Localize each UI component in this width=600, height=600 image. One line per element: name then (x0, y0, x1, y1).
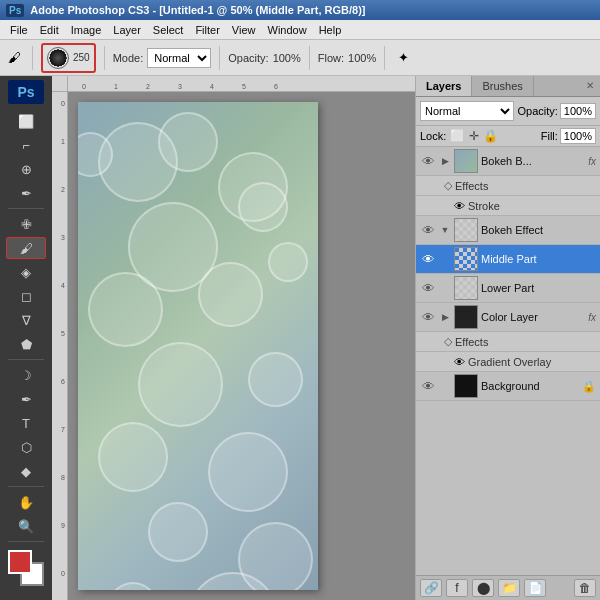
lock-row: Lock: ⬜ ✛ 🔒 Fill: 100% (416, 126, 600, 147)
airbrush-icon[interactable]: ✦ (393, 48, 413, 68)
tool-path[interactable]: ⬡ (6, 436, 46, 458)
menu-bar: File Edit Image Layer Select Filter View… (0, 20, 600, 40)
tool-eraser[interactable]: ◻ (6, 285, 46, 307)
name-color-layer: Color Layer (481, 311, 583, 323)
name-bokeh-effect: Bokeh Effect (481, 224, 596, 236)
lock-position-icon[interactable]: ✛ (469, 129, 479, 143)
tool-clone[interactable]: ◈ (6, 261, 46, 283)
fill-value[interactable]: 100% (560, 128, 596, 144)
visibility-middle-part[interactable]: 👁 (420, 251, 436, 267)
flow-value: 100% (348, 52, 376, 64)
eye-icon-gradient[interactable]: 👁 (454, 356, 465, 368)
thumb-color-layer (454, 305, 478, 329)
menu-image[interactable]: Image (65, 22, 108, 38)
tool-lasso[interactable]: ⌐ (6, 134, 46, 156)
tool-zoom[interactable]: 🔍 (6, 515, 46, 537)
menu-view[interactable]: View (226, 22, 262, 38)
ruler-corner (52, 76, 68, 92)
fx-color-layer[interactable]: fx (588, 312, 596, 323)
lock-label: Lock: (420, 130, 446, 142)
lock-background-icon: 🔒 (582, 380, 596, 393)
expand-bokeh-b[interactable]: ▶ (439, 155, 451, 167)
effect-icon-color-layer: ◇ (444, 335, 452, 348)
tool-hand[interactable]: ✋ (6, 491, 46, 513)
opacity-control: Opacity: 100% (518, 103, 597, 119)
tool-heal[interactable]: ✙ (6, 213, 46, 235)
tool-marquee[interactable]: ⬜ (6, 110, 46, 132)
fill-label: Fill: (541, 130, 558, 142)
tool-brush active tool-btn-highlight[interactable]: 🖌 (6, 237, 46, 259)
tool-gradient[interactable]: ∇ (6, 309, 46, 331)
thumb-bokeh-b (454, 149, 478, 173)
layer-item-bokeh-effect[interactable]: 👁 ▼ Bokeh Effect (416, 216, 600, 245)
thumb-lower-part (454, 276, 478, 300)
tool-crop[interactable]: ⊕ (6, 158, 46, 180)
layer-item-background[interactable]: 👁 Background 🔒 (416, 372, 600, 401)
tool-dodge[interactable]: ☽ (6, 364, 46, 386)
tool-shape[interactable]: ◆ (6, 460, 46, 482)
fx-bokeh-b[interactable]: fx (588, 156, 596, 167)
layer-item-color-layer[interactable]: 👁 ▶ Color Layer fx (416, 303, 600, 332)
expand-middle-part[interactable] (439, 253, 451, 265)
expand-color-layer[interactable]: ▶ (439, 311, 451, 323)
ruler-top: 0 1 2 3 4 5 6 (68, 76, 415, 92)
menu-select[interactable]: Select (147, 22, 190, 38)
layers-list[interactable]: 👁 ▶ Bokeh B... fx ◇ Effects 👁 Stroke 👁 ▼ (416, 147, 600, 575)
visibility-background[interactable]: 👁 (420, 378, 436, 394)
flow-label: Flow: (318, 52, 344, 64)
canvas-document[interactable] (78, 102, 318, 590)
opacity-value-layers[interactable]: 100% (560, 103, 596, 119)
layer-item-bokeh-b[interactable]: 👁 ▶ Bokeh B... fx (416, 147, 600, 176)
menu-edit[interactable]: Edit (34, 22, 65, 38)
panel-close-icon[interactable]: ✕ (580, 76, 600, 96)
visibility-color-layer[interactable]: 👁 (420, 309, 436, 325)
new-group-btn[interactable]: 📁 (498, 579, 520, 597)
panel-tabs: Layers Brushes ✕ (416, 76, 600, 97)
brush-tool-icon[interactable]: 🖌 (4, 48, 24, 68)
title-bar: Ps Adobe Photoshop CS3 - [Untitled-1 @ 5… (0, 0, 600, 20)
brush-indicator[interactable]: 250 (41, 43, 96, 73)
layer-item-middle-part[interactable]: 👁 Middle Part (416, 245, 600, 274)
panel-bottom: 🔗 f ⬤ 📁 📄 🗑 (416, 575, 600, 600)
add-mask-btn[interactable]: ⬤ (472, 579, 494, 597)
menu-window[interactable]: Window (262, 22, 313, 38)
menu-help[interactable]: Help (313, 22, 348, 38)
lock-pixels-icon[interactable]: ⬜ (450, 129, 465, 143)
menu-layer[interactable]: Layer (107, 22, 147, 38)
visibility-bokeh-b[interactable]: 👁 (420, 153, 436, 169)
visibility-bokeh-effect[interactable]: 👁 (420, 222, 436, 238)
options-toolbar: 🖌 250 Mode: Normal Multiply Screen Overl… (0, 40, 600, 76)
effect-icon-bokeh-b: ◇ (444, 179, 452, 192)
tool-blur[interactable]: ⬟ (6, 333, 46, 355)
delete-layer-btn[interactable]: 🗑 (574, 579, 596, 597)
opacity-label-layers: Opacity: (518, 105, 558, 117)
eye-icon-stroke[interactable]: 👁 (454, 200, 465, 212)
link-layers-btn[interactable]: 🔗 (420, 579, 442, 597)
tab-layers[interactable]: Layers (416, 76, 472, 96)
opacity-value: 100% (273, 52, 301, 64)
menu-filter[interactable]: Filter (189, 22, 225, 38)
expand-bokeh-effect[interactable]: ▼ (439, 224, 451, 236)
menu-file[interactable]: File (4, 22, 34, 38)
mode-select[interactable]: Normal Multiply Screen Overlay (147, 48, 211, 68)
tool-pen[interactable]: ✒ (6, 388, 46, 410)
lock-all-icon[interactable]: 🔒 (483, 129, 498, 143)
new-layer-btn[interactable]: 📄 (524, 579, 546, 597)
layer-item-lower-part[interactable]: 👁 Lower Part (416, 274, 600, 303)
effect-label-gradient: Gradient Overlay (468, 356, 551, 368)
tool-eyedropper[interactable]: ✒ (6, 182, 46, 204)
layers-controls: Normal Multiply Screen Overlay Opacity: … (416, 97, 600, 126)
add-style-btn[interactable]: f (446, 579, 468, 597)
thumb-bokeh-effect (454, 218, 478, 242)
tool-sep-3 (8, 486, 44, 487)
foreground-color[interactable] (8, 550, 32, 574)
color-boxes[interactable] (8, 550, 44, 586)
canvas-area[interactable]: 0 1 2 3 4 5 6 0 1 2 3 4 5 6 7 8 9 0 (52, 76, 415, 600)
tab-brushes[interactable]: Brushes (472, 76, 533, 96)
blend-mode-select[interactable]: Normal Multiply Screen Overlay (420, 101, 514, 121)
thumb-background (454, 374, 478, 398)
window-title: Adobe Photoshop CS3 - [Untitled-1 @ 50% … (30, 4, 365, 16)
expand-lower-part[interactable] (439, 282, 451, 294)
visibility-lower-part[interactable]: 👁 (420, 280, 436, 296)
tool-type[interactable]: T (6, 412, 46, 434)
